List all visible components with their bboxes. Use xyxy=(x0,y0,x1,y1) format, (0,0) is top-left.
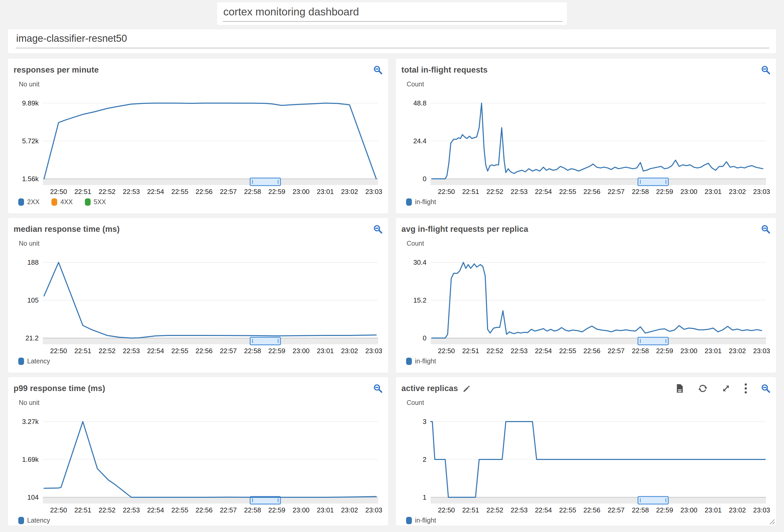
svg-text:22:50: 22:50 xyxy=(438,506,455,514)
svg-text:22:53: 22:53 xyxy=(123,188,140,196)
legend-item-in-flight[interactable]: in-flight xyxy=(406,357,436,365)
legend-swatch xyxy=(406,198,412,206)
axis-unit-label: Count xyxy=(407,240,771,247)
panel-avg-in-flight-per-replica: avg in-flight requests per replica Count… xyxy=(396,218,776,373)
svg-text:22:57: 22:57 xyxy=(220,188,237,196)
svg-text:105: 105 xyxy=(27,296,39,304)
svg-text:23:03: 23:03 xyxy=(365,347,382,355)
svg-text:23:02: 23:02 xyxy=(729,506,746,514)
svg-text:22:57: 22:57 xyxy=(608,347,625,355)
svg-text:23:01: 23:01 xyxy=(705,188,722,196)
svg-text:1.56k: 1.56k xyxy=(22,175,39,183)
svg-text:1: 1 xyxy=(423,493,426,501)
svg-text:22:55: 22:55 xyxy=(171,506,188,514)
chart-active-replicas[interactable]: 22:5022:5122:5222:5322:5422:5522:5622:57… xyxy=(401,408,771,515)
svg-text:22:53: 22:53 xyxy=(123,347,140,355)
legend-swatch xyxy=(85,198,91,206)
svg-text:22:57: 22:57 xyxy=(608,506,625,514)
legend-label: Latency xyxy=(27,516,50,524)
kebab-menu-icon[interactable] xyxy=(745,383,747,393)
svg-text:22:52: 22:52 xyxy=(486,506,503,514)
svg-text:22:55: 22:55 xyxy=(171,347,188,355)
gridlines xyxy=(43,103,378,141)
svg-text:22:57: 22:57 xyxy=(220,347,237,355)
svg-text:22:54: 22:54 xyxy=(535,347,552,355)
zoom-out-icon[interactable] xyxy=(761,384,771,393)
dashboard-title-card xyxy=(217,2,567,25)
svg-text:22:58: 22:58 xyxy=(244,188,261,196)
svg-text:23:02: 23:02 xyxy=(341,347,358,355)
svg-text:23:01: 23:01 xyxy=(317,506,334,514)
panel-title: total in-flight requests xyxy=(401,65,487,75)
svg-text:22:53: 22:53 xyxy=(510,347,528,355)
svg-text:23:03: 23:03 xyxy=(365,506,382,514)
panel-title: median response time (ms) xyxy=(13,225,120,234)
svg-text:22:51: 22:51 xyxy=(462,347,479,355)
legend-item-in-flight[interactable]: in-flight xyxy=(406,516,436,524)
chart-p99-response-time[interactable]: 22:5022:5122:5222:5322:5422:5522:5622:57… xyxy=(13,408,383,515)
mini-scrollbar-track xyxy=(431,179,766,185)
panel-responses-per-minute: responses per minute No unit 22:5022:512… xyxy=(8,58,388,213)
edit-pencil-icon[interactable] xyxy=(463,384,471,393)
legend-item-Latency[interactable]: Latency xyxy=(18,357,50,365)
svg-text:5.72k: 5.72k xyxy=(22,137,39,145)
svg-text:2: 2 xyxy=(423,455,426,463)
svg-text:22:58: 22:58 xyxy=(632,506,649,514)
y-axis: 18810521.2 xyxy=(25,259,39,342)
zoom-out-icon[interactable] xyxy=(373,384,383,393)
chart-median-response-time[interactable]: 22:5022:5122:5222:5322:5422:5522:5622:57… xyxy=(13,249,383,356)
svg-text:9.89k: 9.89k xyxy=(22,99,39,107)
mini-scrollbar-track xyxy=(431,497,766,504)
legend-item-4XX[interactable]: 4XX xyxy=(52,198,73,206)
panel-median-response-time: median response time (ms) No unit 22:502… xyxy=(8,218,388,373)
svg-text:1.69k: 1.69k xyxy=(22,455,39,463)
svg-text:23:03: 23:03 xyxy=(753,506,770,514)
zoom-out-icon[interactable] xyxy=(761,225,771,234)
svg-text:22:59: 22:59 xyxy=(656,506,673,514)
range-selector[interactable] xyxy=(638,178,668,186)
range-selector[interactable] xyxy=(638,497,668,504)
svg-text:23:02: 23:02 xyxy=(729,188,746,196)
svg-text:22:59: 22:59 xyxy=(656,347,673,355)
resize-handle[interactable] xyxy=(767,517,775,525)
legend-swatch xyxy=(406,517,412,524)
svg-text:23:03: 23:03 xyxy=(753,347,770,355)
range-selector[interactable] xyxy=(250,337,280,345)
range-selector[interactable] xyxy=(638,337,668,345)
chart-total-in-flight[interactable]: 22:5022:5122:5222:5322:5422:5522:5622:57… xyxy=(401,90,771,197)
panel-header: avg in-flight requests per replica xyxy=(401,223,771,236)
svg-text:22:56: 22:56 xyxy=(583,188,600,196)
panel-header: active replicas xyxy=(401,382,771,395)
svg-text:22:56: 22:56 xyxy=(196,347,213,355)
legend-item-in-flight[interactable]: in-flight xyxy=(406,198,436,206)
zoom-out-icon[interactable] xyxy=(373,65,383,75)
svg-text:22:57: 22:57 xyxy=(220,506,237,514)
svg-text:22:58: 22:58 xyxy=(244,347,261,355)
range-selector[interactable] xyxy=(250,178,280,186)
legend-swatch xyxy=(18,198,24,206)
svg-text:22:56: 22:56 xyxy=(196,188,213,196)
svg-text:22:51: 22:51 xyxy=(75,347,91,355)
legend-item-Latency[interactable]: Latency xyxy=(18,516,50,524)
chart-responses-per-minute[interactable]: 22:5022:5122:5222:5322:5422:5522:5622:57… xyxy=(13,90,383,197)
chart-legend: in-flight xyxy=(406,198,771,206)
document-icon[interactable] xyxy=(676,384,684,393)
svg-text:0: 0 xyxy=(423,334,426,342)
legend-item-2XX[interactable]: 2XX xyxy=(18,198,39,206)
dashboard-title-input[interactable] xyxy=(223,5,562,22)
mini-scrollbar-track xyxy=(43,179,378,185)
svg-text:22:50: 22:50 xyxy=(50,188,67,196)
expand-icon[interactable] xyxy=(722,384,730,393)
y-axis: 3.27k1.69k104 xyxy=(22,418,39,501)
zoom-out-icon[interactable] xyxy=(761,65,771,75)
endpoint-name-input[interactable] xyxy=(16,31,769,48)
svg-text:22:59: 22:59 xyxy=(268,188,285,196)
chart-avg-in-flight-per-replica[interactable]: 22:5022:5122:5222:5322:5422:5522:5622:57… xyxy=(401,249,771,356)
legend-item-5XX[interactable]: 5XX xyxy=(85,198,106,206)
zoom-out-icon[interactable] xyxy=(373,225,383,234)
svg-text:22:50: 22:50 xyxy=(50,347,67,355)
svg-text:22:56: 22:56 xyxy=(583,347,600,355)
svg-text:22:55: 22:55 xyxy=(559,188,576,196)
panel-title: avg in-flight requests per replica xyxy=(401,225,528,234)
refresh-icon[interactable] xyxy=(698,384,707,393)
